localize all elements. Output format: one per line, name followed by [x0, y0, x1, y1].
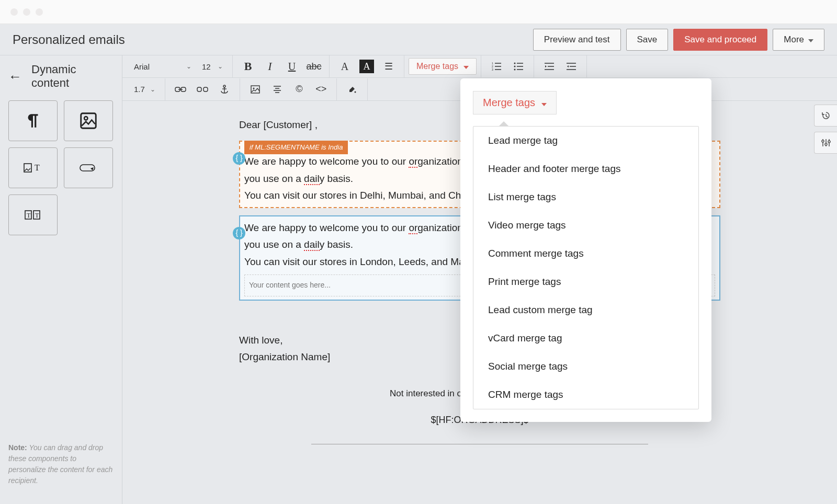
underline-button[interactable]: U: [281, 56, 303, 77]
svg-point-31: [825, 143, 827, 145]
columns-block[interactable]: TT: [8, 194, 58, 235]
svg-text:T: T: [27, 212, 31, 219]
svg-rect-18: [197, 87, 201, 91]
save-proceed-button[interactable]: Save and proceed: [673, 29, 767, 51]
indent-button[interactable]: [538, 56, 560, 77]
italic-button[interactable]: I: [259, 56, 281, 77]
chevron-down-icon: [541, 97, 547, 109]
columns-icon: TT: [23, 205, 43, 225]
image-text-block[interactable]: T: [8, 147, 58, 188]
text-color-button[interactable]: A: [334, 56, 356, 77]
right-rail: [814, 105, 837, 154]
chevron-down-icon: [463, 62, 469, 71]
anchor-button[interactable]: [213, 79, 235, 100]
block-handle-icon[interactable]: { }: [233, 227, 245, 239]
merge-tag-item[interactable]: Lead custom merge tag: [473, 296, 698, 324]
text-block[interactable]: [8, 100, 58, 141]
image-block[interactable]: [64, 100, 113, 141]
svg-rect-0: [81, 113, 96, 129]
condition-label: if ML:SEGMENTNAME is India: [244, 141, 348, 154]
back-arrow-icon[interactable]: ←: [8, 68, 22, 85]
font-size-select[interactable]: 12⌄: [197, 55, 228, 77]
merge-tags-list: Lead merge tag Header and footer merge t…: [473, 126, 699, 409]
merge-tag-item[interactable]: vCard merge tag: [473, 324, 698, 352]
svg-point-29: [822, 140, 824, 142]
merge-tag-item[interactable]: Print merge tags: [473, 268, 698, 296]
svg-rect-19: [203, 87, 208, 91]
chevron-down-icon: [808, 35, 813, 45]
merge-tag-item[interactable]: CRM merge tags: [473, 381, 698, 409]
copyright-button[interactable]: ©: [288, 79, 310, 100]
traffic-light-minimize[interactable]: [23, 8, 30, 16]
merge-tag-item[interactable]: Comment merge tags: [473, 239, 698, 268]
more-button[interactable]: More: [773, 29, 824, 51]
history-button[interactable]: [814, 105, 837, 127]
merge-tags-dropdown-button[interactable]: Merge tags: [473, 91, 557, 114]
sidebar-title: Dynamic content: [31, 63, 114, 90]
header: Personalized emails Preview and test Sav…: [0, 24, 837, 55]
svg-text:T: T: [35, 163, 40, 172]
align-button[interactable]: ☰: [378, 56, 400, 77]
save-button[interactable]: Save: [626, 29, 669, 51]
svg-text:3: 3: [492, 68, 493, 71]
insert-image-button[interactable]: [244, 79, 266, 100]
code-button[interactable]: <>: [310, 79, 332, 100]
merge-tags-button[interactable]: Merge tags: [409, 58, 477, 75]
svg-text:T: T: [35, 212, 39, 219]
highlight-button[interactable]: A: [356, 56, 378, 77]
align-center-icon[interactable]: [266, 79, 288, 100]
line-height-select[interactable]: 1.7⌄: [129, 78, 161, 100]
bold-button[interactable]: B: [237, 56, 259, 77]
toolbar-row-1: Arial⌄ 12⌄ B I U abc A A ☰ Merge tags: [122, 55, 837, 78]
window-chrome: [0, 0, 837, 24]
unlink-button[interactable]: [191, 79, 213, 100]
image-icon: [78, 111, 98, 131]
font-family-select[interactable]: Arial⌄: [129, 55, 197, 77]
paint-button[interactable]: [341, 79, 363, 100]
list-bullet-button[interactable]: [507, 56, 529, 77]
traffic-light-zoom[interactable]: [36, 8, 43, 16]
merge-tag-item[interactable]: Lead merge tag: [473, 127, 698, 155]
svg-point-14: [514, 69, 516, 71]
svg-point-25: [354, 91, 356, 93]
settings-button[interactable]: [814, 132, 837, 154]
preview-button[interactable]: Preview and test: [533, 29, 621, 51]
sidebar: ← Dynamic content T TT Note: You can dra…: [0, 55, 122, 504]
merge-tags-popover: Merge tags Lead merge tag Header and foo…: [460, 78, 711, 422]
svg-point-1: [84, 117, 87, 120]
merge-tag-item[interactable]: List merge tags: [473, 183, 698, 211]
svg-point-24: [253, 87, 254, 89]
paragraph-icon: [23, 111, 43, 131]
svg-point-13: [514, 66, 516, 67]
merge-tag-item[interactable]: Header and footer merge tags: [473, 155, 698, 183]
outdent-button[interactable]: [560, 56, 582, 77]
merge-tag-item[interactable]: Video merge tags: [473, 211, 698, 239]
merge-tag-item[interactable]: Social merge tags: [473, 352, 698, 381]
block-handle-icon[interactable]: { }: [233, 152, 245, 165]
svg-point-33: [828, 141, 830, 143]
button-block[interactable]: [64, 147, 113, 188]
svg-point-12: [514, 63, 516, 64]
strikethrough-button[interactable]: abc: [303, 56, 325, 77]
sidebar-note: Note: You can drag and drop these compon…: [8, 442, 114, 497]
link-button[interactable]: [169, 79, 191, 100]
page-title: Personalized emails: [13, 32, 125, 47]
list-numbered-button[interactable]: 123: [485, 56, 507, 77]
svg-point-20: [223, 85, 225, 87]
divider: [311, 444, 648, 444]
svg-line-27: [826, 116, 828, 117]
button-icon: [78, 158, 98, 178]
traffic-light-close[interactable]: [10, 8, 18, 16]
image-text-icon: T: [23, 158, 43, 178]
